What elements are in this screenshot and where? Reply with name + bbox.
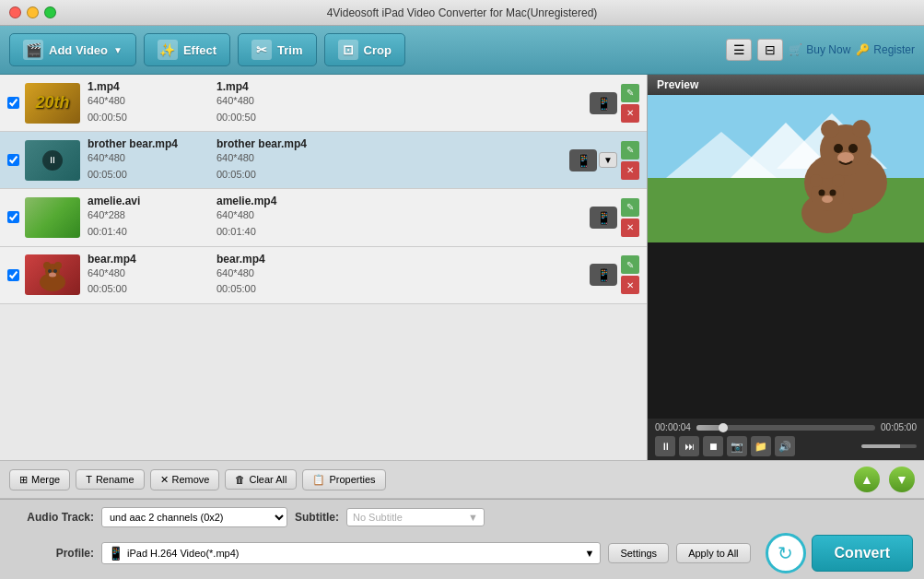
list-item[interactable]: ⏸ brother bear.mp4 640*48000:05:00 broth… — [0, 132, 647, 189]
folder-button[interactable]: 📁 — [751, 436, 771, 456]
row-action-icons-3: ✎ ✕ — [621, 198, 639, 237]
rename-icon: T — [86, 474, 92, 485]
buy-now-icon: 🛒 — [789, 43, 802, 56]
merge-button[interactable]: ⊞ Merge — [9, 469, 70, 490]
file-output-col-1: 1.mp4 640*48000:00:50 — [216, 80, 327, 125]
file-list: 20th 1.mp4 640*48000:00:50 1.mp4 640*480… — [0, 75, 648, 460]
svg-point-4 — [48, 269, 52, 273]
device-select-3[interactable]: 📱 — [590, 207, 617, 229]
audio-track-select[interactable]: und aac 2 channels (0x2) — [101, 507, 287, 527]
properties-icon: 📋 — [312, 474, 325, 486]
grid-view-button[interactable]: ⊟ — [757, 39, 783, 61]
edit-icon-1[interactable]: ✎ — [621, 84, 639, 102]
list-item[interactable]: 20th 1.mp4 640*48000:00:50 1.mp4 640*480… — [0, 75, 647, 132]
toolbar-right: ☰ ⊟ 🛒 Buy Now 🔑 Register — [726, 39, 915, 61]
action-bar: ⊞ Merge T Rename ✕ Remove 🗑 Clear All 📋 … — [0, 460, 924, 499]
convert-spin-icon: ↻ — [766, 533, 806, 573]
list-item[interactable]: amelie.avi 640*28800:01:40 amelie.mp4 64… — [0, 189, 647, 246]
screenshot-button[interactable]: 📷 — [727, 436, 747, 456]
effect-button[interactable]: ✨ Effect — [144, 33, 230, 66]
rename-button[interactable]: T Rename — [76, 469, 144, 490]
delete-icon-3[interactable]: ✕ — [621, 219, 639, 237]
crop-icon: ⊡ — [338, 40, 358, 60]
register-icon: 🔑 — [856, 43, 870, 56]
remove-button[interactable]: ✕ Remove — [150, 469, 220, 490]
list-view-button[interactable]: ☰ — [726, 39, 752, 61]
device-icon-2: 📱 — [569, 149, 597, 171]
trim-button[interactable]: ✂ Trim — [238, 33, 316, 66]
close-button[interactable] — [9, 6, 21, 18]
trim-icon: ✂ — [251, 40, 272, 60]
edit-icon-2[interactable]: ✎ — [621, 141, 639, 160]
crop-button[interactable]: ⊡ Crop — [324, 33, 405, 66]
toolbar: 🎬 Add Video ▼ ✨ Effect ✂ Trim ⊡ Crop ☰ ⊟… — [0, 26, 924, 75]
audio-track-dropdown[interactable]: und aac 2 channels (0x2) — [102, 508, 287, 526]
volume-button[interactable]: 🔊 — [775, 436, 795, 456]
pause-button[interactable]: ⏸ — [655, 436, 675, 456]
profile-device-icon: 📱 — [108, 546, 123, 561]
buy-now-button[interactable]: 🛒 Buy Now — [789, 43, 850, 56]
clear-all-button[interactable]: 🗑 Clear All — [225, 469, 297, 490]
file-thumbnail-1: 20th — [25, 83, 80, 124]
preview-video — [648, 95, 924, 419]
row-action-icons-4: ✎ ✕ — [621, 255, 639, 294]
file-checkbox-2[interactable] — [7, 154, 19, 166]
svg-point-6 — [49, 273, 56, 278]
convert-wrapper: ↻ Convert — [766, 533, 913, 573]
svg-point-22 — [832, 174, 845, 187]
window-controls — [9, 6, 56, 18]
add-video-button[interactable]: 🎬 Add Video ▼ — [9, 33, 136, 66]
subtitle-select[interactable]: No Subtitle ▼ — [346, 508, 485, 526]
maximize-button[interactable] — [44, 6, 56, 18]
step-forward-button[interactable]: ⏭ — [679, 436, 699, 456]
svg-point-25 — [822, 195, 833, 203]
file-input-col-4: bear.mp4 640*48000:05:00 — [88, 253, 198, 298]
register-button[interactable]: 🔑 Register — [856, 43, 915, 56]
move-up-button[interactable]: ▲ — [854, 467, 880, 492]
file-checkbox-4[interactable] — [7, 269, 19, 281]
file-info-1: 1.mp4 640*48000:00:50 1.mp4 640*48000:00… — [88, 80, 590, 125]
apply-to-all-button[interactable]: Apply to All — [676, 543, 750, 563]
volume-slider[interactable] — [861, 444, 917, 448]
delete-icon-4[interactable]: ✕ — [621, 276, 639, 294]
pause-overlay: ⏸ — [42, 150, 63, 171]
file-info-4: bear.mp4 640*48000:05:00 bear.mp4 640*48… — [88, 253, 590, 298]
file-checkbox-1[interactable] — [7, 97, 19, 109]
effect-icon: ✨ — [158, 40, 178, 60]
file-thumbnail-3 — [25, 197, 80, 238]
delete-icon-1[interactable]: ✕ — [621, 104, 639, 123]
stop-button[interactable]: ⏹ — [703, 436, 723, 456]
move-down-button[interactable]: ▼ — [889, 467, 915, 492]
edit-icon-4[interactable]: ✎ — [621, 255, 639, 274]
profile-select[interactable]: 📱 iPad H.264 Video(*.mp4) ▼ — [101, 542, 601, 564]
audio-track-label: Audio Track: — [11, 511, 94, 524]
file-thumbnail-4 — [25, 254, 80, 295]
preview-header: Preview — [648, 75, 924, 95]
svg-point-24 — [830, 190, 836, 196]
svg-point-17 — [848, 144, 858, 153]
bear-thumb-svg — [29, 256, 76, 293]
thumb-content-2: ⏸ — [25, 140, 80, 181]
minimize-button[interactable] — [27, 6, 39, 18]
properties-button[interactable]: 📋 Properties — [302, 469, 385, 490]
file-output-col-4: bear.mp4 640*48000:05:00 — [216, 253, 327, 298]
device-select-1[interactable]: 📱 — [590, 92, 617, 114]
svg-point-14 — [821, 120, 839, 138]
file-input-col-1: 1.mp4 640*48000:00:50 — [88, 80, 198, 125]
settings-button[interactable]: Settings — [608, 543, 669, 563]
device-select-4[interactable]: 📱 — [590, 264, 617, 286]
subtitle-label: Subtitle: — [295, 511, 339, 524]
device-dropdown-2[interactable]: 📱 ▼ — [569, 149, 617, 171]
dropdown-arrow-2[interactable]: ▼ — [599, 152, 617, 168]
preview-panel: Preview — [648, 75, 924, 460]
file-output-col-2: brother bear.mp4 640*48000:05:00 — [216, 137, 327, 183]
time-bar: 00:00:04 00:05:00 — [655, 422, 917, 432]
file-checkbox-3[interactable] — [7, 211, 19, 223]
delete-icon-2[interactable]: ✕ — [621, 161, 639, 180]
add-video-icon: 🎬 — [23, 40, 43, 60]
remove-icon: ✕ — [160, 474, 169, 486]
convert-button[interactable]: Convert — [812, 535, 913, 572]
list-item[interactable]: bear.mp4 640*48000:05:00 bear.mp4 640*48… — [0, 247, 647, 304]
progress-bar[interactable] — [696, 425, 875, 431]
edit-icon-3[interactable]: ✎ — [621, 198, 639, 217]
